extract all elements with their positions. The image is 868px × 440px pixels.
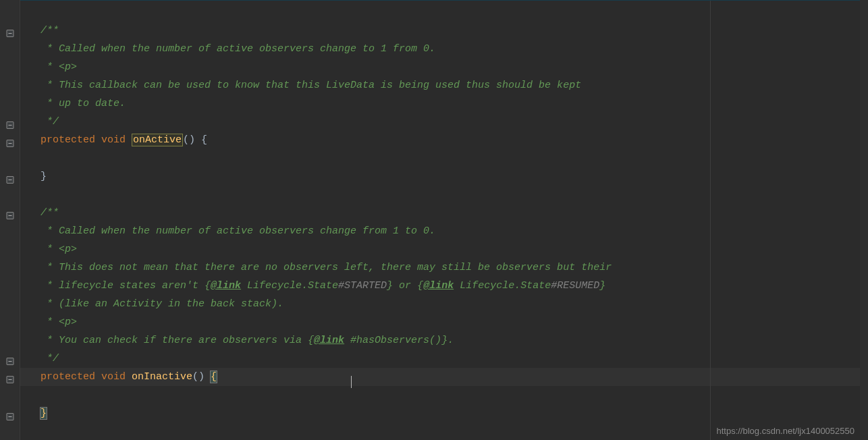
code-line: * <p> <box>20 58 860 76</box>
code-line: } <box>20 167 860 186</box>
code-line: /** <box>20 204 860 222</box>
matching-brace: { <box>211 371 217 383</box>
fold-toggle-icon[interactable] <box>6 413 13 420</box>
fold-toggle-icon[interactable] <box>6 376 13 383</box>
fold-toggle-icon[interactable] <box>6 30 13 37</box>
code-line: } <box>20 404 860 422</box>
code-line <box>20 186 860 204</box>
code-line: * (like an Activity in the back stack). <box>20 295 860 313</box>
vertical-scrollbar[interactable] <box>860 0 868 440</box>
code-line: * up to date. <box>20 94 860 113</box>
code-line: */ <box>20 113 860 131</box>
code-line: * This does not mean that there are no o… <box>20 258 860 277</box>
right-margin-guide <box>710 1 711 440</box>
code-line: * lifecycle states aren't {@link Lifecyc… <box>20 277 860 295</box>
code-line: * Called when the number of active obser… <box>20 40 860 58</box>
code-line <box>20 3 860 22</box>
method-oninactive: onInactive <box>132 371 192 383</box>
code-area[interactable]: /** * Called when the number of active o… <box>20 0 860 440</box>
code-line: /** <box>20 22 860 40</box>
code-line-current: protected void onInactive() { <box>20 368 860 386</box>
code-line: * Called when the number of active obser… <box>20 222 860 240</box>
fold-toggle-icon[interactable] <box>6 358 13 365</box>
code-editor[interactable]: /** * Called when the number of active o… <box>0 0 868 440</box>
matching-brace: } <box>40 408 47 419</box>
code-line: * This callback can be used to know that… <box>20 76 860 94</box>
fold-toggle-icon[interactable] <box>6 212 13 219</box>
text-caret-icon <box>351 376 352 388</box>
code-line: protected void onActive() { <box>20 131 860 149</box>
code-line: * <p> <box>20 313 860 331</box>
fold-toggle-icon[interactable] <box>6 121 13 129</box>
fold-toggle-icon[interactable] <box>6 140 13 147</box>
code-line: * You can check if there are observers v… <box>20 331 860 350</box>
watermark-text: https://blog.csdn.net/ljx1400052550 <box>716 426 855 436</box>
code-line: */ <box>20 350 860 368</box>
code-line <box>20 386 860 404</box>
gutter <box>0 0 20 440</box>
fold-toggle-icon[interactable] <box>6 176 13 184</box>
method-onactive: onActive <box>132 134 183 146</box>
code-line <box>20 149 860 167</box>
code-line: * <p> <box>20 240 860 258</box>
javadoc-link: @link <box>314 335 344 346</box>
javadoc-link: @link <box>211 280 241 292</box>
javadoc-link: @link <box>423 280 454 292</box>
